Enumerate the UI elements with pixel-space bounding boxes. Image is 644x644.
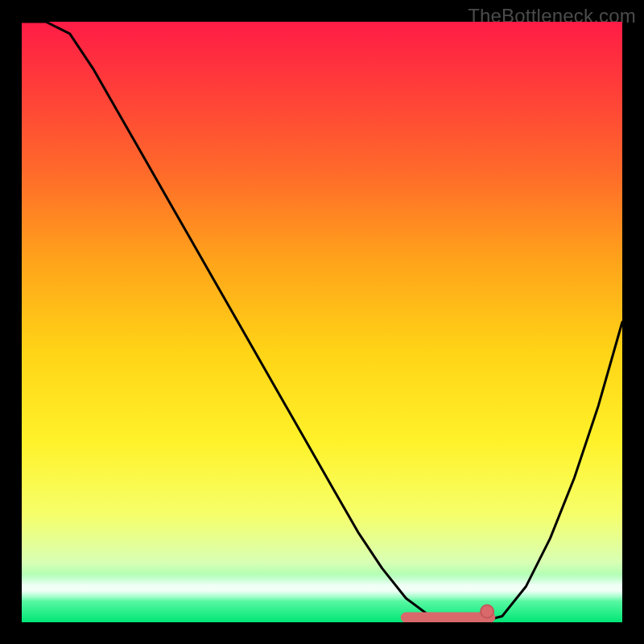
plot-area bbox=[22, 22, 622, 622]
curve-layer bbox=[22, 22, 622, 622]
marker-dot bbox=[481, 605, 493, 618]
chart-frame: TheBottleneck.com bbox=[0, 0, 644, 644]
bottleneck-curve bbox=[22, 22, 622, 622]
